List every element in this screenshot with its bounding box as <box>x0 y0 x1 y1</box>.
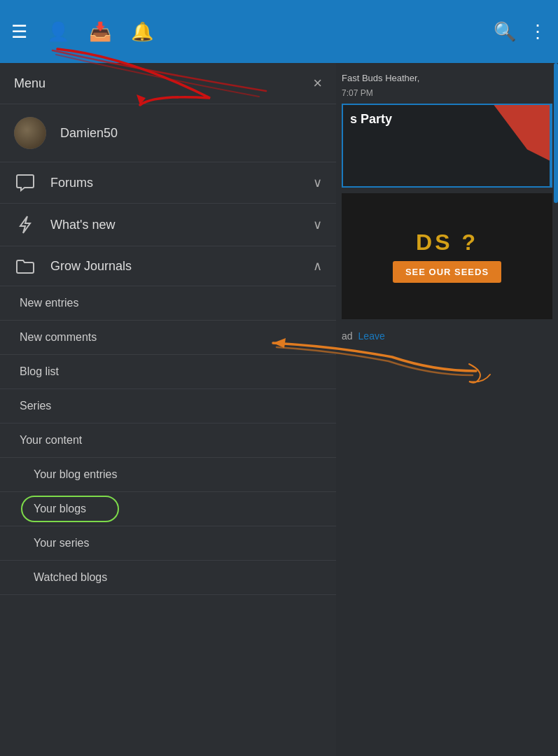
whats-new-label: What's new <box>50 218 115 232</box>
grow-journals-icon <box>14 258 36 274</box>
menu-item-grow-journals[interactable]: Grow Journals ∧ <box>0 246 336 286</box>
submenu-blog-list[interactable]: Blog list <box>0 355 336 389</box>
header-right: 🔍 ⋮ <box>494 21 547 43</box>
right-panel: Fast Buds Heather, 7:07 PM s Party DS ? … <box>336 0 558 756</box>
menu-item-grow-journals-left: Grow Journals <box>14 258 132 274</box>
inbox-icon[interactable]: 📥 <box>89 21 111 43</box>
submenu-new-comments[interactable]: New comments <box>0 321 336 355</box>
whats-new-chevron: ∨ <box>313 217 322 232</box>
menu-item-whats-new-left: What's new <box>14 215 115 234</box>
party-text: s Party <box>350 112 392 127</box>
grow-journals-label: Grow Journals <box>50 259 132 274</box>
menu-overlay: Menu × Damien50 Forums ∨ <box>0 63 336 756</box>
your-content-label: Your content <box>20 434 82 446</box>
menu-item-forums-left: Forums <box>14 174 93 192</box>
menu-title: Menu <box>14 76 46 91</box>
more-options-icon[interactable]: ⋮ <box>529 21 547 43</box>
header-bar: ☰ 👤 📥 🔔 🔍 ⋮ <box>0 0 558 63</box>
blog-list-label: Blog list <box>20 365 59 377</box>
menu-item-whats-new[interactable]: What's new ∨ <box>0 204 336 246</box>
seeds-box: DS ? SEE OUR SEEDS <box>342 193 552 319</box>
scrollbar[interactable] <box>554 63 558 203</box>
new-comments-label: New comments <box>20 331 97 343</box>
see-seeds-button[interactable]: SEE OUR SEEDS <box>393 261 501 283</box>
avatar-image <box>14 117 46 149</box>
submenu-series[interactable]: Series <box>0 389 336 424</box>
submenu-your-series[interactable]: Your series <box>0 526 336 561</box>
notification-time: 7:07 PM <box>342 88 552 98</box>
menu-item-forums[interactable]: Forums ∨ <box>0 162 336 204</box>
your-blogs-label: Your blogs <box>34 503 86 514</box>
forums-label: Forums <box>50 176 93 190</box>
submenu-new-entries[interactable]: New entries <box>0 286 336 321</box>
close-menu-button[interactable]: × <box>313 74 322 92</box>
action-row: ad Leave <box>342 325 552 347</box>
submenu-your-blogs[interactable]: Your blogs <box>0 492 336 526</box>
menu-header: Menu × <box>0 63 336 104</box>
username: Damien50 <box>60 126 118 141</box>
new-entries-label: New entries <box>20 297 78 309</box>
submenu-your-blog-entries[interactable]: Your blog entries <box>0 458 336 492</box>
profile-icon[interactable]: 👤 <box>47 21 69 43</box>
seeds-label: DS ? <box>416 230 478 255</box>
bell-icon[interactable]: 🔔 <box>131 21 153 43</box>
party-banner: s Party <box>342 104 552 188</box>
grow-journals-chevron: ∧ <box>313 258 322 274</box>
watched-blogs-label: Watched blogs <box>34 571 107 583</box>
series-label: Series <box>20 400 51 412</box>
red-ribbon <box>494 105 550 161</box>
read-link: ad <box>342 330 353 342</box>
your-series-label: Your series <box>34 537 89 549</box>
search-icon[interactable]: 🔍 <box>494 21 516 43</box>
user-row[interactable]: Damien50 <box>0 104 336 162</box>
header-left: ☰ 👤 📥 🔔 <box>11 21 494 43</box>
submenu-your-content[interactable]: Your content <box>0 424 336 458</box>
your-blog-entries-label: Your blog entries <box>34 468 118 480</box>
leave-button[interactable]: Leave <box>358 330 385 342</box>
forums-chevron: ∨ <box>313 175 322 190</box>
forums-icon <box>14 174 36 192</box>
hamburger-menu-icon[interactable]: ☰ <box>11 21 27 43</box>
whats-new-icon <box>14 215 36 234</box>
notification-text1: Fast Buds Heather, <box>342 71 552 85</box>
avatar <box>14 117 46 149</box>
submenu-watched-blogs[interactable]: Watched blogs <box>0 561 336 595</box>
